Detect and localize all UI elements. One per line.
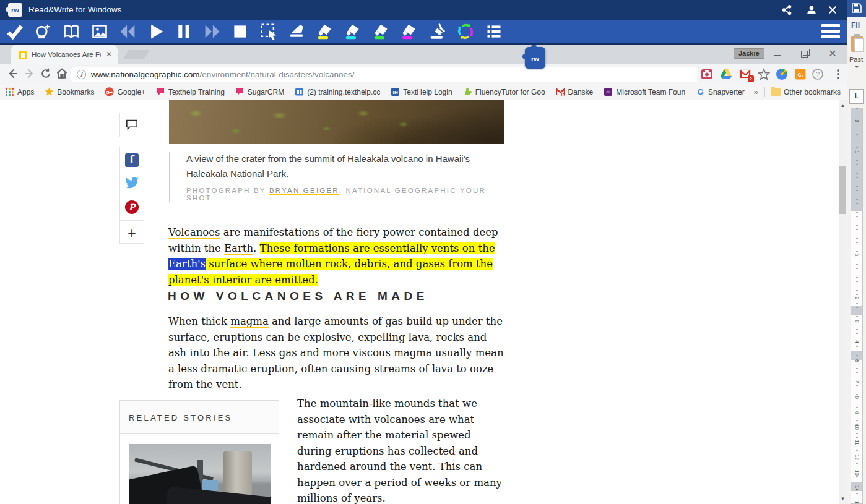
- text-link[interactable]: Volcanoes: [168, 226, 220, 239]
- restore-button[interactable]: [795, 45, 816, 62]
- bookmark-ms-team-foundation[interactable]: ∞ Microsoft Team Foun: [604, 87, 685, 96]
- window-close-button[interactable]: ✕: [822, 45, 843, 62]
- bookmark-danske[interactable]: 13 Danske: [556, 87, 594, 96]
- text: .: [253, 242, 260, 254]
- bookmark-texthelp-training[interactable]: Texthelp Training: [156, 87, 225, 96]
- pause-icon[interactable]: [173, 23, 195, 41]
- bookmark-texthelp-login[interactable]: tH TextHelp Login: [391, 87, 452, 96]
- ruler-number: 7: [854, 378, 860, 386]
- fast-forward-icon[interactable]: [201, 23, 223, 41]
- rw-toolbar: [0, 20, 847, 45]
- bookmark-items: Apps Bookmarks G+ Google+ Texthelp Train…: [5, 84, 745, 100]
- ruler-number: 15: [854, 500, 860, 504]
- bookmark-training-texthelp[interactable]: (2) training.texthelp.cc: [295, 87, 380, 96]
- facebook-button[interactable]: f: [120, 153, 144, 169]
- play-icon[interactable]: [145, 23, 167, 41]
- url-domain: www.nationalgeographic.com: [91, 70, 200, 79]
- text-link[interactable]: Earth: [224, 242, 253, 255]
- back-icon[interactable]: [6, 67, 21, 81]
- pinterest-icon: P: [125, 200, 139, 214]
- screenshot-reader-icon[interactable]: [258, 23, 280, 41]
- bookmarks-overflow-icon[interactable]: »: [754, 87, 758, 96]
- twitter-button[interactable]: [120, 177, 144, 193]
- word-file-tab[interactable]: Fil: [847, 17, 866, 33]
- bookmark-star-icon[interactable]: [758, 68, 770, 80]
- save-icon: [852, 3, 862, 13]
- text-sel: Earth's: [168, 258, 206, 270]
- bookmarks-divider: [764, 87, 765, 97]
- bookmark-bookmarks[interactable]: Bookmarks: [45, 87, 94, 96]
- ruler-number: 13: [854, 469, 860, 477]
- claro-extension-icon[interactable]: c.: [794, 68, 807, 80]
- scroll-down-icon[interactable]: ▼: [839, 495, 847, 503]
- share-icon[interactable]: [781, 4, 794, 15]
- check-icon[interactable]: [4, 23, 26, 41]
- bookmark-sugarcrm[interactable]: SugarCRM: [235, 87, 284, 96]
- page-scrollbar[interactable]: ▲ ▼: [839, 100, 847, 504]
- vocabulary-list-icon[interactable]: [483, 23, 505, 41]
- section-heading: HOW VOLCANOES ARE MADE: [168, 289, 428, 303]
- prediction-orb-icon[interactable]: [32, 23, 54, 41]
- highlighter-yellow-icon[interactable]: [314, 23, 336, 41]
- tab-stop-selector[interactable]: L: [849, 89, 864, 104]
- highlighter-cyan-icon[interactable]: [342, 23, 364, 41]
- bookmark-snapverter[interactable]: G Snapverter: [696, 87, 745, 96]
- clear-highlights-icon[interactable]: [427, 23, 449, 41]
- rewind-icon[interactable]: [116, 23, 139, 41]
- highlighter-green-icon[interactable]: [370, 23, 392, 41]
- new-tab-button[interactable]: [123, 50, 150, 59]
- fluencytutor-extension-icon[interactable]: [776, 68, 788, 80]
- stop-icon[interactable]: [229, 23, 251, 41]
- share-rail: f P +: [119, 147, 144, 244]
- minimize-button[interactable]: [768, 45, 789, 62]
- rw-extension-badge[interactable]: rw: [525, 47, 545, 69]
- highlighter-pink-icon[interactable]: [398, 23, 420, 41]
- bookmark-apps[interactable]: Apps: [5, 87, 34, 96]
- profile-badge[interactable]: Jackie: [734, 48, 764, 59]
- dictionary-book-icon[interactable]: [60, 23, 82, 41]
- svg-text:∞: ∞: [606, 89, 611, 95]
- paste-dropdown-caret[interactable]: [854, 66, 859, 70]
- rw-menu-icon[interactable]: [821, 24, 840, 39]
- page-info-icon[interactable]: i: [77, 70, 86, 79]
- help-icon[interactable]: ?: [812, 68, 824, 80]
- word-titlebar: [847, 0, 866, 17]
- gmail-badge: 2: [748, 75, 754, 82]
- home-icon[interactable]: [56, 67, 71, 81]
- comments-button[interactable]: [119, 113, 144, 137]
- clipboard-icon: [851, 36, 863, 52]
- visualstudio-icon: ∞: [604, 87, 613, 96]
- word-window-edge[interactable]: Fil Past L 2112345789101112131415: [847, 0, 866, 504]
- address-bar[interactable]: i www.nationalgeographic.com/environment…: [71, 67, 698, 82]
- related-story-image[interactable]: [129, 444, 271, 504]
- scan-icon[interactable]: [285, 23, 308, 41]
- paste-button[interactable]: Past: [849, 35, 866, 80]
- picture-dictionary-icon[interactable]: [89, 23, 111, 41]
- chrome-menu-icon[interactable]: [832, 68, 844, 80]
- ruler-number: 9: [854, 409, 860, 417]
- snapverter-extension-icon[interactable]: [701, 68, 713, 80]
- scroll-up-icon[interactable]: ▲: [839, 101, 847, 109]
- collect-highlights-icon[interactable]: [454, 23, 477, 41]
- googleplus-icon: G+: [105, 87, 114, 96]
- other-bookmarks[interactable]: Other bookmarks: [771, 88, 841, 96]
- photo-credit: PHOTOGRAPH BY BRYAN GEIGER, NATIONAL GEO…: [186, 187, 504, 202]
- gmail-extension-icon[interactable]: 2: [739, 68, 751, 80]
- text-link[interactable]: magma: [230, 315, 269, 328]
- scrollbar-thumb[interactable]: [839, 166, 846, 214]
- bookmark-googleplus[interactable]: G+ Google+: [105, 87, 145, 96]
- close-icon[interactable]: [827, 4, 839, 15]
- photographer-link[interactable]: BRYAN GEIGER: [269, 187, 339, 195]
- more-share-button[interactable]: +: [120, 224, 144, 242]
- silo-shape: [223, 451, 252, 496]
- ruler-number: 2: [854, 117, 860, 125]
- forward-icon[interactable]: [24, 67, 38, 81]
- google-drive-extension-icon[interactable]: [720, 68, 732, 80]
- pinterest-button[interactable]: P: [120, 200, 144, 216]
- ruler-number: 11: [854, 439, 860, 446]
- tab-close-icon[interactable]: ✕: [105, 51, 113, 58]
- reload-icon[interactable]: [40, 67, 54, 81]
- bookmark-fluencytutor[interactable]: FluencyTutor for Goo: [463, 87, 545, 96]
- user-icon[interactable]: [806, 4, 818, 15]
- browser-tab[interactable]: How Volcanoes Are Form ✕: [11, 45, 118, 64]
